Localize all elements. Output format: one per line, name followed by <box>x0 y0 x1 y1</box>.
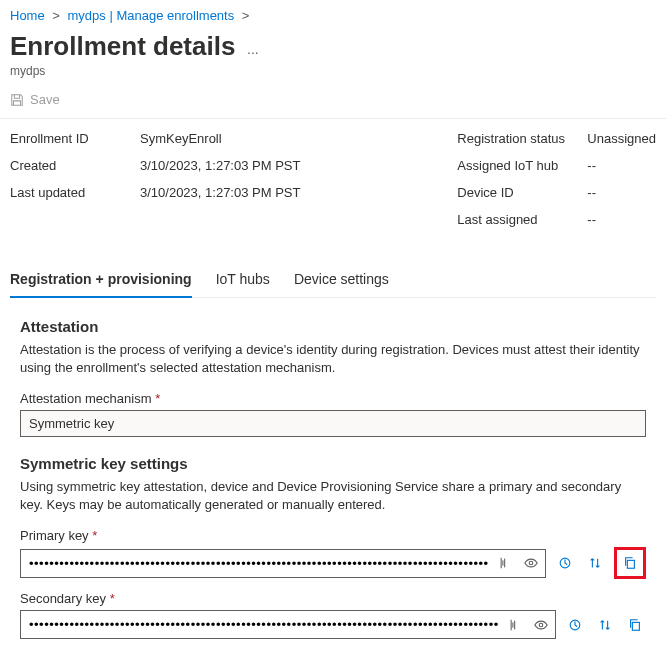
primary-key-field[interactable] <box>20 549 546 578</box>
primary-key-row <box>20 547 646 579</box>
attestation-title: Attestation <box>20 318 646 335</box>
regenerate-icon[interactable] <box>554 552 576 574</box>
primary-key-label: Primary key * <box>20 528 646 543</box>
attestation-desc: Attestation is the process of verifying … <box>20 341 646 377</box>
assigned-hub-value: -- <box>587 158 596 173</box>
svg-rect-2 <box>504 559 505 568</box>
symmetric-key-desc: Using symmetric key attestation, device … <box>20 478 646 514</box>
enrollment-id-value: SymKeyEnroll <box>140 131 222 146</box>
device-id-label: Device ID <box>457 185 587 200</box>
copy-icon[interactable] <box>619 552 641 574</box>
attestation-mechanism-field[interactable] <box>20 410 646 437</box>
symmetric-key-title: Symmetric key settings <box>20 455 646 472</box>
assigned-hub-label: Assigned IoT hub <box>457 158 587 173</box>
device-id-value: -- <box>587 185 596 200</box>
svg-rect-8 <box>514 620 515 629</box>
swap-keys-icon[interactable] <box>584 552 606 574</box>
secondary-key-label: Secondary key * <box>20 591 646 606</box>
cursor-icon[interactable] <box>504 614 526 636</box>
required-indicator: * <box>110 591 115 606</box>
enrollment-id-label: Enrollment ID <box>10 131 140 146</box>
show-hide-icon[interactable] <box>520 552 542 574</box>
tab-content: Attestation Attestation is the process o… <box>0 298 666 647</box>
tab-device-settings[interactable]: Device settings <box>294 263 389 297</box>
last-updated-value: 3/10/2023, 1:27:03 PM PST <box>140 185 300 200</box>
page-title: Enrollment details <box>10 31 235 62</box>
tab-iot-hubs[interactable]: IoT hubs <box>216 263 270 297</box>
details-grid: Enrollment ID SymKeyEnroll Created 3/10/… <box>0 119 666 243</box>
toolbar: Save <box>0 86 666 119</box>
page-subtitle: mydps <box>10 64 656 78</box>
last-assigned-label: Last assigned <box>457 212 587 227</box>
tabs: Registration + provisioning IoT hubs Dev… <box>10 263 656 298</box>
regenerate-icon[interactable] <box>564 614 586 636</box>
last-assigned-value: -- <box>587 212 596 227</box>
save-button[interactable]: Save <box>10 92 60 107</box>
page-header: Enrollment details ··· mydps <box>0 27 666 86</box>
secondary-key-field[interactable] <box>20 610 556 639</box>
svg-point-3 <box>529 562 533 566</box>
required-indicator: * <box>92 528 97 543</box>
svg-rect-11 <box>632 622 639 630</box>
svg-rect-6 <box>511 620 512 631</box>
breadcrumb-dps[interactable]: mydps | Manage enrollments <box>68 8 235 23</box>
save-icon <box>10 93 24 107</box>
svg-rect-5 <box>627 561 634 569</box>
svg-rect-7 <box>512 622 513 627</box>
secondary-key-row <box>20 610 646 639</box>
reg-status-label: Registration status <box>457 131 587 146</box>
created-value: 3/10/2023, 1:27:03 PM PST <box>140 158 300 173</box>
chevron-right-icon: > <box>242 8 250 23</box>
highlighted-copy <box>614 547 646 579</box>
breadcrumb-home[interactable]: Home <box>10 8 45 23</box>
required-indicator: * <box>155 391 160 406</box>
svg-rect-0 <box>501 558 502 569</box>
cursor-icon[interactable] <box>494 552 516 574</box>
created-label: Created <box>10 158 140 173</box>
save-label: Save <box>30 92 60 107</box>
attestation-mechanism-label: Attestation mechanism * <box>20 391 646 406</box>
more-icon[interactable]: ··· <box>247 44 259 60</box>
show-hide-icon[interactable] <box>530 614 552 636</box>
svg-rect-1 <box>502 561 503 566</box>
chevron-right-icon: > <box>52 8 60 23</box>
reg-status-value: Unassigned <box>587 131 656 146</box>
breadcrumb: Home > mydps | Manage enrollments > <box>0 0 666 27</box>
tab-registration-provisioning[interactable]: Registration + provisioning <box>10 263 192 297</box>
swap-keys-icon[interactable] <box>594 614 616 636</box>
copy-icon[interactable] <box>624 614 646 636</box>
svg-point-9 <box>539 623 543 627</box>
last-updated-label: Last updated <box>10 185 140 200</box>
